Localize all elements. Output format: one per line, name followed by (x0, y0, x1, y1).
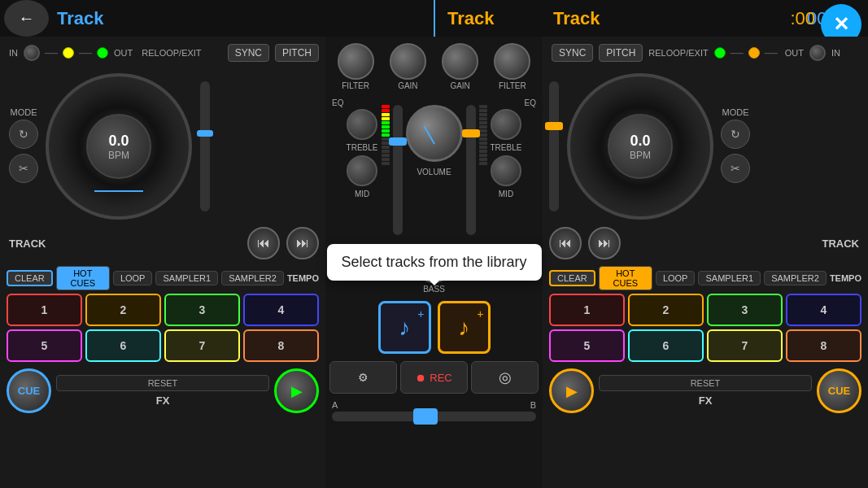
volume-knob[interactable] (406, 105, 463, 162)
crossfader-track[interactable] (332, 412, 536, 421)
left-mode-label: MODE (11, 107, 37, 117)
left-filter-knob[interactable] (338, 43, 374, 80)
left-hot-cues-tab[interactable]: HOT CUES (56, 266, 110, 290)
left-play-button[interactable]: ▶ (274, 368, 319, 413)
left-pad-2[interactable]: 2 (85, 294, 161, 326)
mixer-bottom-controls: ⚙ ⏺ REC ◎ (325, 358, 543, 397)
right-sampler1-tab[interactable]: SAMPLER1 (698, 271, 761, 285)
back-button[interactable]: ← (4, 0, 49, 37)
left-reset-fx: RESET FX (56, 375, 269, 407)
left-cue-controls: CLEAR HOT CUES LOOP SAMPLER1 SAMPLER2 TE… (7, 266, 319, 290)
left-sync-button[interactable]: SYNC (228, 44, 269, 62)
right-reset-button[interactable]: RESET (599, 375, 812, 391)
right-pad-8[interactable]: 8 (786, 329, 861, 362)
left-pad-1[interactable]: 1 (7, 294, 82, 326)
right-clear-button[interactable]: CLEAR (549, 270, 595, 286)
right-time-display: :00 (790, 8, 815, 29)
right-in-knob[interactable] (809, 45, 826, 61)
adjust-button[interactable]: ⚙ (329, 361, 397, 394)
right-sync-button[interactable]: SYNC (552, 44, 593, 62)
right-mid-knob[interactable] (491, 155, 521, 186)
right-turntable-area: 0.0 BPM MODE ↻ ✂ (543, 69, 868, 224)
left-sampler1-tab[interactable]: SAMPLER1 (155, 271, 218, 285)
right-reloop-label: RELOOP/EXIT (648, 48, 708, 58)
right-add-icon: + (477, 307, 483, 320)
right-pad-1[interactable]: 1 (549, 294, 625, 326)
vu-meter-left (382, 105, 390, 165)
right-filter-label: FILTER (499, 81, 526, 90)
left-filter-label: FILTER (342, 81, 369, 90)
left-pad-4[interactable]: 4 (243, 294, 319, 326)
left-prev-track-button[interactable]: ⏮ (247, 227, 280, 259)
target-icon: ◎ (499, 368, 512, 386)
left-reset-button[interactable]: RESET (56, 375, 269, 391)
target-button[interactable]: ◎ (471, 361, 539, 394)
right-treble-knob[interactable] (491, 109, 521, 140)
crossfader-thumb (413, 408, 438, 425)
left-bpm-value: 0.0 (108, 133, 129, 150)
right-pad-2[interactable]: 2 (628, 294, 704, 326)
left-track-label: Track (57, 8, 807, 29)
left-pads-area: CLEAR HOT CUES LOOP SAMPLER1 SAMPLER2 TE… (0, 263, 325, 365)
left-cue-button[interactable]: CUE (7, 368, 51, 413)
right-gain-knob[interactable] (442, 43, 478, 80)
left-pad-7[interactable]: 7 (164, 329, 240, 362)
left-pitch-thumb (197, 130, 213, 137)
left-green-dot (97, 47, 108, 59)
record-button[interactable]: ⏺ REC (400, 361, 468, 394)
left-channel-fader[interactable] (393, 105, 403, 235)
right-mode-btn-2[interactable]: ✂ (721, 154, 750, 183)
right-pads-row-1: 1 2 3 4 (549, 294, 861, 326)
right-in-label: IN (831, 48, 840, 58)
left-pitch-button[interactable]: PITCH (275, 44, 319, 62)
right-pad-6[interactable]: 6 (628, 329, 704, 362)
right-deck: SYNC PITCH RELOOP/EXIT — — OUT IN 0.0 BP… (543, 37, 868, 488)
right-pitch-button[interactable]: PITCH (599, 44, 643, 62)
left-in-knob[interactable] (24, 45, 40, 61)
adjust-icon: ⚙ (358, 371, 369, 384)
left-pad-5[interactable]: 5 (7, 329, 82, 362)
left-turntable-area: MODE ↻ ✂ 0.0 BPM (0, 69, 325, 224)
right-pad-3[interactable]: 3 (707, 294, 783, 326)
left-clear-button[interactable]: CLEAR (7, 270, 53, 286)
right-prev-track-button[interactable]: ⏮ (549, 227, 582, 259)
right-turntable[interactable]: 0.0 BPM (567, 73, 713, 220)
right-library-button[interactable]: ♪ + (438, 301, 491, 354)
right-sampler2-tab[interactable]: SAMPLER2 (764, 271, 827, 285)
left-library-button[interactable]: ♪ + (378, 301, 431, 354)
left-pad-3[interactable]: 3 (164, 294, 240, 326)
right-loop-tab[interactable]: LOOP (656, 271, 696, 285)
right-cue-button[interactable]: CUE (817, 368, 861, 413)
volume-needle (423, 125, 434, 144)
right-mode-btn-1[interactable]: ↻ (721, 120, 750, 149)
right-pad-5[interactable]: 5 (549, 329, 625, 362)
mixer-top-knobs: FILTER GAIN GAIN FILTER (325, 37, 543, 97)
right-hot-cues-tab[interactable]: HOT CUES (599, 266, 652, 290)
left-next-track-button[interactable]: ⏭ (286, 227, 319, 259)
left-turntable[interactable]: 0.0 BPM (46, 73, 192, 220)
left-pad-6[interactable]: 6 (85, 329, 161, 362)
left-loop-tab[interactable]: LOOP (113, 271, 153, 285)
right-pad-4[interactable]: 4 (786, 294, 861, 326)
right-bpm-label: BPM (630, 150, 651, 161)
right-pitch-slider[interactable] (549, 81, 559, 211)
right-track-nav: ⏮ ⏭ TRACK (543, 224, 868, 263)
left-gain-knob[interactable] (390, 43, 426, 80)
right-track-section-label: TRACK (822, 237, 860, 250)
right-track-label-2: Track (553, 8, 600, 29)
left-mid-knob[interactable] (347, 155, 377, 186)
right-eq-label: EQ (525, 98, 536, 107)
right-filter-knob[interactable] (494, 43, 530, 80)
left-pitch-slider[interactable] (200, 81, 210, 211)
right-pad-7[interactable]: 7 (707, 329, 783, 362)
left-treble-knob[interactable] (347, 109, 377, 140)
left-pad-8[interactable]: 8 (243, 329, 319, 362)
right-next-track-button[interactable]: ⏭ (588, 227, 621, 259)
right-mode-area: MODE ↻ ✂ (718, 107, 752, 185)
left-sampler2-tab[interactable]: SAMPLER2 (221, 271, 284, 285)
left-track-section-label: TRACK (9, 237, 46, 250)
right-play-button[interactable]: ▶ (549, 368, 594, 413)
left-mode-btn-2[interactable]: ✂ (9, 154, 38, 183)
left-mode-btn-1[interactable]: ↻ (9, 120, 38, 149)
right-channel-fader[interactable] (466, 105, 476, 235)
